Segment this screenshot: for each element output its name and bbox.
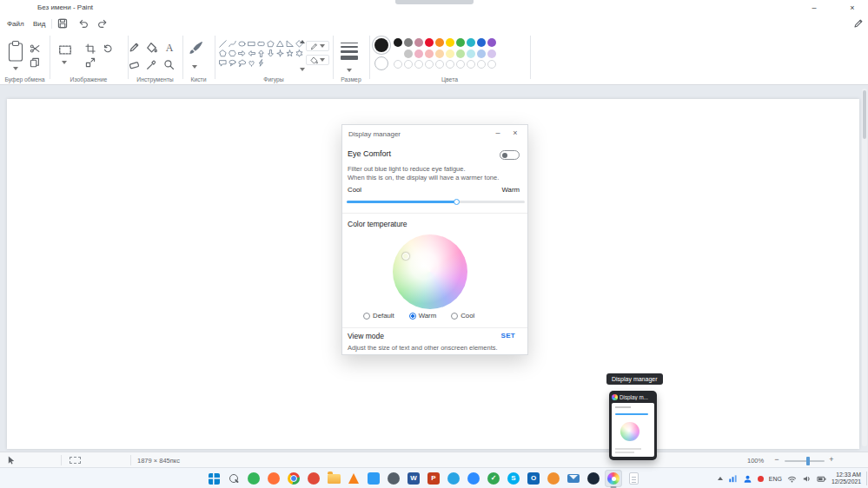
- copy-button[interactable]: [30, 57, 40, 68]
- color-swatch-2-2[interactable]: [414, 60, 423, 69]
- paste-button[interactable]: [7, 40, 24, 63]
- shape-curve[interactable]: [228, 39, 236, 49]
- tool-text-button[interactable]: A: [162, 40, 176, 55]
- zoom-slider-thumb[interactable]: [806, 457, 810, 465]
- color-swatch-1-2[interactable]: [414, 49, 423, 58]
- taskbar-word[interactable]: W: [405, 470, 422, 487]
- radio-warm[interactable]: Warm: [409, 312, 437, 320]
- color-swatch-2-9[interactable]: [487, 60, 496, 69]
- color-swatch-0-2[interactable]: [414, 38, 423, 47]
- shape-heart[interactable]: [247, 58, 255, 68]
- color-wheel[interactable]: [393, 234, 467, 309]
- window-close-button[interactable]: ×: [839, 0, 865, 16]
- shape-arrow-right[interactable]: [237, 49, 246, 58]
- color-swatch-1-8[interactable]: [477, 49, 486, 58]
- color-swatch-1-7[interactable]: [467, 49, 475, 58]
- color-swatch-0-1[interactable]: [404, 38, 413, 47]
- taskbar-preview-card[interactable]: Display m...: [609, 391, 657, 460]
- color-swatch-2-1[interactable]: [404, 60, 413, 69]
- color-swatch-1-3[interactable]: [425, 49, 434, 58]
- color-swatch-1-1[interactable]: [404, 49, 413, 58]
- color-swatch-2-5[interactable]: [446, 60, 454, 69]
- taskbar-outlook[interactable]: O: [525, 470, 542, 487]
- color-swatch-0-8[interactable]: [477, 38, 486, 47]
- shape-hexagon[interactable]: [228, 49, 236, 58]
- taskbar-vlc[interactable]: [345, 470, 362, 487]
- color-swatch-1-9[interactable]: [487, 49, 496, 58]
- shape-line[interactable]: [218, 39, 227, 49]
- view-mode-set-link[interactable]: SET: [501, 332, 515, 340]
- color-swatch-1-5[interactable]: [446, 49, 454, 58]
- taskbar-zoom[interactable]: [465, 470, 482, 487]
- shape-oval[interactable]: [237, 39, 246, 49]
- edit-icon[interactable]: [853, 18, 864, 29]
- resize-button[interactable]: [85, 57, 96, 68]
- shape-right-triangle[interactable]: [285, 39, 294, 49]
- shape-callout-oval[interactable]: [228, 58, 236, 68]
- color-swatch-2-8[interactable]: [477, 60, 486, 69]
- taskbar-display-manager[interactable]: [605, 470, 622, 487]
- slider-thumb[interactable]: [454, 199, 460, 205]
- taskbar-chrome[interactable]: [285, 470, 302, 487]
- color-swatch-1-0[interactable]: [394, 49, 402, 58]
- taskbar-whatsapp[interactable]: [245, 470, 262, 487]
- taskbar-thunderbird[interactable]: [545, 470, 562, 487]
- shape-arrow-up[interactable]: [256, 49, 265, 58]
- taskbar-search[interactable]: [225, 470, 242, 487]
- tool-eraser-button[interactable]: [127, 57, 142, 72]
- tool-picker-button[interactable]: [144, 57, 159, 72]
- shape-callout-rectangle[interactable]: [218, 58, 227, 68]
- eye-comfort-toggle[interactable]: [500, 150, 520, 160]
- brushes-button[interactable]: [187, 40, 204, 57]
- color-swatch-0-5[interactable]: [446, 38, 454, 47]
- size-dropdown-caret[interactable]: [347, 69, 352, 72]
- shape-outline-button[interactable]: [306, 41, 329, 51]
- preview-thumbnail[interactable]: [612, 403, 654, 457]
- color-swatch-1-4[interactable]: [435, 49, 444, 58]
- taskbar-vscode[interactable]: [365, 470, 382, 487]
- menu-view[interactable]: Вид: [33, 20, 45, 28]
- rotate-button[interactable]: [103, 43, 113, 54]
- wifi-icon[interactable]: [787, 474, 797, 484]
- dialog-minimize-button[interactable]: –: [493, 129, 503, 137]
- taskbar-notepad[interactable]: [625, 470, 642, 487]
- shape-triangle[interactable]: [275, 39, 284, 49]
- color-2-swatch[interactable]: [374, 56, 388, 70]
- zoom-in-button[interactable]: +: [827, 455, 836, 465]
- color-wheel-selector[interactable]: [402, 253, 409, 260]
- select-dropdown-caret[interactable]: [62, 61, 67, 64]
- taskbar-powerpoint[interactable]: P: [425, 470, 442, 487]
- color-swatch-2-3[interactable]: [425, 60, 434, 69]
- recording-icon[interactable]: [758, 476, 764, 482]
- color-swatch-2-7[interactable]: [467, 60, 475, 69]
- chart-icon[interactable]: [728, 474, 738, 484]
- user-icon[interactable]: [743, 474, 752, 484]
- shape-lightning[interactable]: [256, 58, 265, 68]
- shape-rounded-rectangle[interactable]: [256, 39, 265, 49]
- shape-arrow-left[interactable]: [247, 49, 255, 58]
- tool-fill-button[interactable]: [144, 40, 159, 55]
- volume-icon[interactable]: [802, 474, 812, 484]
- color-swatch-2-6[interactable]: [456, 60, 465, 69]
- temperature-slider[interactable]: [347, 201, 525, 203]
- battery-icon[interactable]: [817, 474, 826, 484]
- color-swatch-1-6[interactable]: [456, 49, 465, 58]
- shapes-scrollbar[interactable]: [299, 40, 305, 71]
- cut-button[interactable]: [30, 43, 40, 54]
- taskbar-steam[interactable]: [585, 470, 602, 487]
- radio-default[interactable]: Default: [363, 312, 394, 320]
- language-indicator[interactable]: ENG: [769, 476, 782, 482]
- brushes-dropdown-caret[interactable]: [192, 65, 197, 69]
- redo-button[interactable]: [97, 18, 108, 29]
- crop-button[interactable]: [85, 43, 96, 54]
- paste-dropdown-caret[interactable]: [13, 67, 18, 70]
- shape-callout-cloud[interactable]: [237, 58, 246, 68]
- zoom-out-button[interactable]: −: [772, 455, 781, 465]
- shapes-scroll-up-icon[interactable]: [300, 40, 305, 43]
- tool-pencil-button[interactable]: [127, 40, 142, 55]
- taskbar-obs[interactable]: [385, 470, 402, 487]
- color-1-swatch[interactable]: [374, 38, 388, 52]
- window-minimize-button[interactable]: –: [801, 0, 827, 16]
- shape-four-point-star[interactable]: [275, 49, 284, 58]
- color-swatch-0-3[interactable]: [425, 38, 434, 47]
